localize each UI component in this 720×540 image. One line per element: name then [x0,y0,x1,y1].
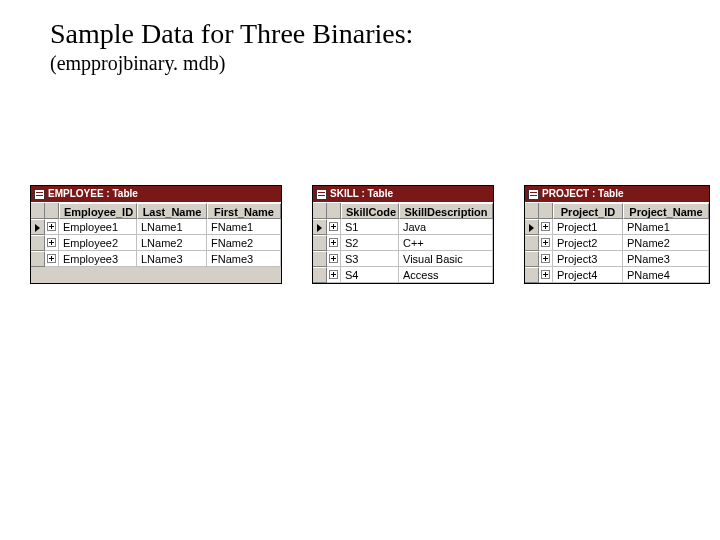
employee-header-row: Employee_ID Last_Name First_Name [31,202,281,219]
cell[interactable]: Employee2 [59,235,137,251]
record-selector[interactable] [525,219,539,235]
select-all-cell[interactable] [31,203,45,219]
expand-toggle[interactable] [539,251,553,267]
cell[interactable]: FName3 [207,251,281,267]
skill-titlebar[interactable]: SKILL : Table [313,186,493,202]
expand-header-gutter [539,203,553,219]
expand-toggle[interactable] [45,219,59,235]
record-selector[interactable] [313,235,327,251]
cell[interactable]: S3 [341,251,399,267]
record-selector[interactable] [525,235,539,251]
expand-toggle[interactable] [327,251,341,267]
project-table-window: PROJECT : Table Project_ID Project_Name … [524,185,710,284]
plus-icon [47,222,56,231]
record-selector[interactable] [525,251,539,267]
cell[interactable]: Java [399,219,493,235]
table-row: Project4 PName4 [525,267,709,283]
expand-toggle[interactable] [539,235,553,251]
column-header[interactable]: Last_Name [137,203,207,219]
column-header[interactable]: Project_ID [553,203,623,219]
plus-icon [329,254,338,263]
plus-icon [541,270,550,279]
table-row: S2 C++ [313,235,493,251]
plus-icon [329,238,338,247]
select-all-cell[interactable] [313,203,327,219]
plus-icon [541,222,550,231]
page-subtitle: (empprojbinary. mdb) [50,52,720,75]
project-title-text: PROJECT : Table [542,186,624,202]
cell[interactable]: Employee1 [59,219,137,235]
employee-titlebar[interactable]: EMPLOYEE : Table [31,186,281,202]
employee-table-window: EMPLOYEE : Table Employee_ID Last_Name F… [30,185,282,284]
plus-icon [541,254,550,263]
datasheet-icon [316,189,327,200]
cell[interactable]: S2 [341,235,399,251]
plus-icon [47,254,56,263]
tables-area: EMPLOYEE : Table Employee_ID Last_Name F… [30,185,710,284]
project-titlebar[interactable]: PROJECT : Table [525,186,709,202]
project-header-row: Project_ID Project_Name [525,202,709,219]
expand-toggle[interactable] [327,235,341,251]
cell[interactable]: LName3 [137,251,207,267]
record-selector[interactable] [525,267,539,283]
cell[interactable]: LName1 [137,219,207,235]
column-header[interactable]: Project_Name [623,203,709,219]
column-header[interactable]: Employee_ID [59,203,137,219]
column-header[interactable]: SkillDescription [399,203,493,219]
datasheet-icon [34,189,45,200]
employee-title-text: EMPLOYEE : Table [48,186,138,202]
expand-toggle[interactable] [327,267,341,283]
table-row: S4 Access [313,267,493,283]
cell[interactable]: PName2 [623,235,709,251]
datasheet-icon [528,189,539,200]
cell[interactable]: Project1 [553,219,623,235]
cell[interactable]: Access [399,267,493,283]
column-header[interactable]: SkillCode [341,203,399,219]
select-all-cell[interactable] [525,203,539,219]
page-title: Sample Data for Three Binaries: [50,18,720,50]
skill-table-window: SKILL : Table SkillCode SkillDescription… [312,185,494,284]
cell[interactable]: PName1 [623,219,709,235]
record-selector[interactable] [313,267,327,283]
cell[interactable]: S1 [341,219,399,235]
cell[interactable]: Employee3 [59,251,137,267]
expand-header-gutter [45,203,59,219]
table-row: Project2 PName2 [525,235,709,251]
column-header[interactable]: First_Name [207,203,281,219]
cell[interactable]: PName3 [623,251,709,267]
plus-icon [47,238,56,247]
expand-toggle[interactable] [539,267,553,283]
table-row: S1 Java [313,219,493,235]
plus-icon [329,222,338,231]
cell[interactable]: Project2 [553,235,623,251]
expand-toggle[interactable] [539,219,553,235]
table-row: Project1 PName1 [525,219,709,235]
cell[interactable]: Project3 [553,251,623,267]
table-row: Employee1 LName1 FName1 [31,219,281,235]
expand-header-gutter [327,203,341,219]
table-row: Employee2 LName2 FName2 [31,235,281,251]
record-selector[interactable] [31,219,45,235]
cell[interactable]: Project4 [553,267,623,283]
expand-toggle[interactable] [327,219,341,235]
cell[interactable]: FName2 [207,235,281,251]
plus-icon [329,270,338,279]
table-row: Project3 PName3 [525,251,709,267]
table-row: S3 Visual Basic [313,251,493,267]
record-selector[interactable] [31,235,45,251]
cell[interactable]: Visual Basic [399,251,493,267]
skill-header-row: SkillCode SkillDescription [313,202,493,219]
record-selector[interactable] [313,251,327,267]
table-row: Employee3 LName3 FName3 [31,251,281,267]
skill-title-text: SKILL : Table [330,186,393,202]
record-selector[interactable] [313,219,327,235]
expand-toggle[interactable] [45,251,59,267]
plus-icon [541,238,550,247]
cell[interactable]: FName1 [207,219,281,235]
cell[interactable]: LName2 [137,235,207,251]
record-selector[interactable] [31,251,45,267]
cell[interactable]: PName4 [623,267,709,283]
expand-toggle[interactable] [45,235,59,251]
cell[interactable]: C++ [399,235,493,251]
cell[interactable]: S4 [341,267,399,283]
